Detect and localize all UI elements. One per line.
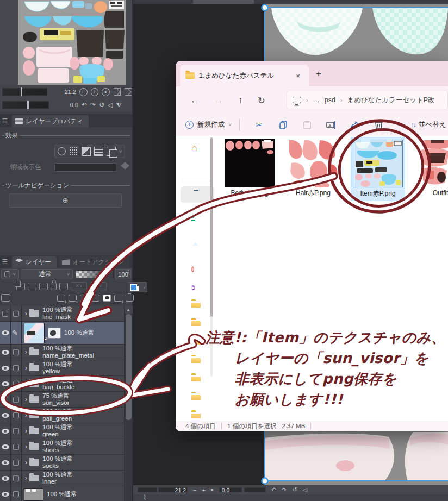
new-folder-button[interactable] xyxy=(80,295,88,302)
music-icon[interactable]: ♪ xyxy=(191,264,202,274)
layer-row[interactable]: Item赤P✎100 %通常 xyxy=(0,322,124,345)
home-icon[interactable]: ⌂ xyxy=(191,143,202,154)
rotate-left-icon[interactable]: ↶ xyxy=(82,101,87,109)
delete-layer-button[interactable] xyxy=(126,295,134,302)
checkbox-icon[interactable] xyxy=(13,349,19,355)
checkbox-icon[interactable] xyxy=(13,381,19,387)
opacity-gradient-bar[interactable] xyxy=(76,270,114,278)
new-tab-icon[interactable]: + xyxy=(316,68,321,79)
sort-button[interactable]: ↑↓ 並べ替え xyxy=(411,120,446,129)
expand-arrow-icon[interactable]: › xyxy=(24,364,29,373)
checkbox-icon[interactable] xyxy=(13,428,19,434)
gallery-icon[interactable] xyxy=(191,161,202,172)
bottom-zoom-slider[interactable]: 21.2 xyxy=(158,487,188,492)
layer-mask-button[interactable] xyxy=(103,295,111,302)
breadcrumb-psd[interactable]: psd xyxy=(325,96,335,104)
eye-icon[interactable] xyxy=(2,366,9,371)
palette-color-dropdown[interactable]: ˅ xyxy=(1,269,19,279)
lock-layer-icon[interactable] xyxy=(51,283,57,290)
expand-arrow-icon[interactable]: › xyxy=(24,427,29,436)
area-color-field[interactable] xyxy=(54,163,116,172)
layer-panel-menu-icon[interactable]: ☰ xyxy=(0,256,10,268)
new-item-button[interactable]: + 新規作成 ˅ xyxy=(185,120,232,129)
checkbox-icon[interactable] xyxy=(13,412,19,418)
layer-row[interactable]: ›100 %通常shoes xyxy=(0,439,124,455)
reference-layer-icon[interactable] xyxy=(28,283,36,290)
tab-layer[interactable]: レイヤー xyxy=(12,256,57,268)
eye-icon[interactable] xyxy=(2,330,9,335)
checkbox-icon[interactable] xyxy=(13,460,19,466)
forward-icon[interactable]: → xyxy=(214,95,223,106)
layer-row[interactable]: ›100 %通常line_mask xyxy=(0,306,124,322)
eye-icon[interactable] xyxy=(2,492,9,497)
expand-arrow-icon[interactable]: › xyxy=(24,379,29,389)
flip-horizontal-icon[interactable]: ◁ xyxy=(108,101,113,109)
effect-more-chevron-icon[interactable]: ˅ xyxy=(119,149,122,154)
copy-icon[interactable] xyxy=(278,120,289,130)
flip-vertical-icon[interactable]: ⧨ xyxy=(116,101,122,109)
bottom-zoom-in-icon[interactable]: + xyxy=(202,487,205,493)
checkbox-icon[interactable] xyxy=(2,311,8,317)
checkbox-icon[interactable] xyxy=(13,444,19,450)
layer-visibility-cell[interactable] xyxy=(0,392,11,407)
share-icon[interactable] xyxy=(350,120,360,130)
layer-visibility-cell[interactable] xyxy=(0,486,11,501)
layer-edit-cell[interactable] xyxy=(11,360,22,375)
eye-icon[interactable] xyxy=(2,350,9,355)
layer-edit-cell[interactable] xyxy=(11,439,22,454)
layer-edit-cell[interactable] xyxy=(11,392,22,407)
pictures-icon[interactable] xyxy=(191,246,202,257)
layer-visibility-cell[interactable] xyxy=(0,306,11,321)
bottom-zoom-out-icon[interactable]: − xyxy=(193,487,196,493)
border-effect-icon[interactable] xyxy=(58,147,66,155)
layer-visibility-cell[interactable] xyxy=(0,376,11,391)
file-tile-outfit[interactable]: Outfit赤 xyxy=(416,137,448,198)
layer-visibility-cell[interactable] xyxy=(0,423,11,439)
breadcrumb-ellipsis[interactable]: … xyxy=(313,96,320,104)
folder-shortcut-icon[interactable] xyxy=(191,393,202,404)
draft-layer-icon[interactable] xyxy=(39,283,48,290)
back-icon[interactable]: ← xyxy=(190,95,200,106)
layer-edit-cell[interactable] xyxy=(11,376,22,391)
layer-thumbnail[interactable] xyxy=(24,488,43,501)
bottom-rotate-field[interactable]: 0.0 xyxy=(219,487,242,492)
layer-edit-cell[interactable]: ✎ xyxy=(11,322,22,344)
panel-menu-icon[interactable]: ☰ xyxy=(0,115,10,127)
this-pc-rail-icon[interactable] xyxy=(191,189,202,200)
up-icon[interactable]: ↑ xyxy=(238,95,243,106)
eye-icon[interactable] xyxy=(2,413,9,418)
layer-edit-cell[interactable] xyxy=(11,306,22,321)
tab-layer-property[interactable]: レイヤープロパティ xyxy=(12,115,89,127)
folder-shortcut-icon[interactable] xyxy=(191,338,202,349)
zoom-out-button[interactable]: − xyxy=(79,88,88,96)
layer-row[interactable]: ›100 %通過bag_buckle xyxy=(0,376,124,392)
layer-row[interactable]: ›100 %通常green xyxy=(0,423,124,439)
refresh-icon[interactable]: ↻ xyxy=(258,95,265,107)
layer-row[interactable]: ›75 %通常sun_visor xyxy=(0,392,124,408)
ruler-dropdown[interactable]: ✕˅ xyxy=(90,282,107,290)
bottom-rotate-slider[interactable] xyxy=(244,487,266,492)
reference-effect-icon[interactable] xyxy=(107,147,116,156)
layer-row[interactable]: ›100 %通常pail_green xyxy=(0,408,124,423)
delete-icon[interactable] xyxy=(374,120,384,130)
layer-row[interactable]: ›100 %通常inner xyxy=(0,471,124,486)
folder-shortcut-icon[interactable] xyxy=(191,375,202,386)
bottom-zoom-slider-left[interactable] xyxy=(138,487,157,492)
fit-window-icon[interactable] xyxy=(125,88,132,96)
new-vector-layer-button[interactable] xyxy=(69,295,77,302)
layer-color-swatch-dropdown[interactable]: ˅ xyxy=(128,282,147,292)
cut-icon[interactable]: ✂ xyxy=(254,120,265,130)
videos-icon[interactable]: ▶ xyxy=(191,281,202,292)
zoom-slider[interactable] xyxy=(2,88,47,96)
file-tile-body[interactable]: Body赤P.png xyxy=(222,137,277,198)
layer-visibility-cell[interactable] xyxy=(0,360,11,375)
rotate-slider[interactable] xyxy=(2,101,49,109)
layer-edit-cell[interactable] xyxy=(11,423,22,439)
bottom-rotate-reset-icon[interactable]: ↺ xyxy=(292,486,297,493)
tab-auto-action[interactable]: オートアクション xyxy=(59,256,129,268)
rename-icon[interactable]: A xyxy=(326,120,337,130)
checkbox-icon[interactable] xyxy=(13,311,19,317)
fit-screen-icon[interactable] xyxy=(114,88,121,96)
checkbox-icon[interactable] xyxy=(13,475,19,481)
layer-visibility-cell[interactable] xyxy=(0,345,11,360)
